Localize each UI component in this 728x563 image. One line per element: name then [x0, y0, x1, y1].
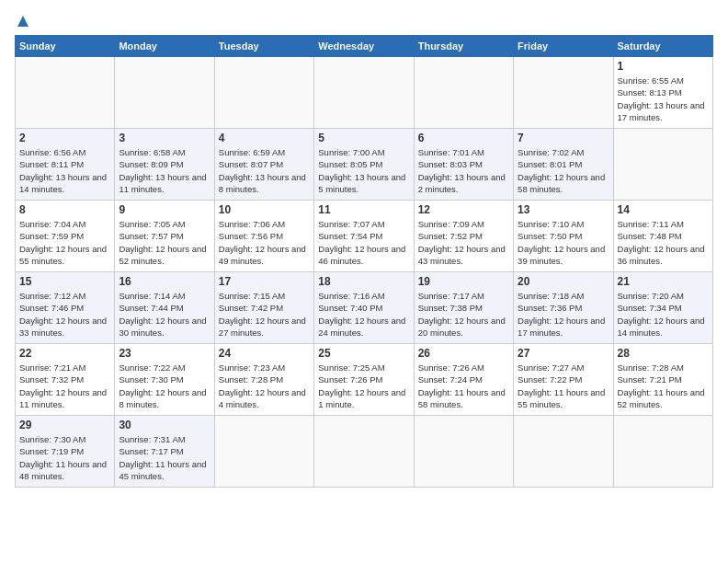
calendar-day-22: 22Sunrise: 7:21 AMSunset: 7:32 PMDayligh…	[16, 344, 115, 416]
calendar-day-24: 24Sunrise: 7:23 AMSunset: 7:28 PMDayligh…	[214, 344, 313, 416]
calendar-day-14: 14Sunrise: 7:11 AMSunset: 7:48 PMDayligh…	[613, 201, 712, 272]
svg-marker-0	[17, 16, 28, 27]
calendar-day-12: 12Sunrise: 7:09 AMSunset: 7:52 PMDayligh…	[414, 201, 513, 272]
weekday-tuesday: Tuesday	[214, 36, 313, 57]
weekday-friday: Friday	[514, 36, 613, 57]
calendar-day-2: 2Sunrise: 6:56 AMSunset: 8:11 PMDaylight…	[16, 129, 115, 201]
calendar-day-29: 29Sunrise: 7:30 AMSunset: 7:19 PMDayligh…	[16, 416, 115, 488]
calendar-week-5: 22Sunrise: 7:21 AMSunset: 7:32 PMDayligh…	[16, 344, 713, 416]
empty-cell	[16, 57, 115, 129]
weekday-thursday: Thursday	[414, 36, 513, 57]
empty-cell	[414, 57, 513, 129]
calendar-day-6: 6Sunrise: 7:01 AMSunset: 8:03 PMDaylight…	[414, 129, 513, 201]
calendar-day-17: 17Sunrise: 7:15 AMSunset: 7:42 PMDayligh…	[214, 272, 313, 344]
calendar-day-13: 13Sunrise: 7:10 AMSunset: 7:50 PMDayligh…	[514, 201, 613, 272]
calendar-day-15: 15Sunrise: 7:12 AMSunset: 7:46 PMDayligh…	[16, 272, 115, 344]
calendar-day-11: 11Sunrise: 7:07 AMSunset: 7:54 PMDayligh…	[314, 201, 414, 272]
empty-cell	[613, 416, 712, 488]
weekday-saturday: Saturday	[613, 36, 712, 57]
calendar-day-23: 23Sunrise: 7:22 AMSunset: 7:30 PMDayligh…	[115, 344, 214, 416]
calendar-day-7: 7Sunrise: 7:02 AMSunset: 8:01 PMDaylight…	[514, 129, 613, 201]
calendar-day-21: 21Sunrise: 7:20 AMSunset: 7:34 PMDayligh…	[613, 272, 712, 344]
empty-cell	[115, 57, 214, 129]
calendar-week-2: 2Sunrise: 6:56 AMSunset: 8:11 PMDaylight…	[16, 129, 713, 201]
calendar-week-3: 8Sunrise: 7:04 AMSunset: 7:59 PMDaylight…	[16, 201, 713, 272]
empty-cell	[314, 416, 414, 488]
calendar-week-4: 15Sunrise: 7:12 AMSunset: 7:46 PMDayligh…	[16, 272, 713, 344]
calendar-day-28: 28Sunrise: 7:28 AMSunset: 7:21 PMDayligh…	[613, 344, 712, 416]
calendar-day-27: 27Sunrise: 7:27 AMSunset: 7:22 PMDayligh…	[514, 344, 613, 416]
empty-cell	[514, 57, 613, 129]
calendar-week-6: 29Sunrise: 7:30 AMSunset: 7:19 PMDayligh…	[16, 416, 713, 488]
logo-icon	[17, 15, 29, 28]
calendar-day-4: 4Sunrise: 6:59 AMSunset: 8:07 PMDaylight…	[214, 129, 313, 201]
calendar-day-3: 3Sunrise: 6:58 AMSunset: 8:09 PMDaylight…	[115, 129, 214, 201]
logo	[15, 15, 29, 28]
empty-cell	[414, 416, 513, 488]
weekday-sunday: Sunday	[16, 36, 115, 57]
empty-cell	[314, 57, 414, 129]
page: SundayMondayTuesdayWednesdayThursdayFrid…	[0, 0, 728, 563]
weekday-wednesday: Wednesday	[314, 36, 414, 57]
calendar-table: SundayMondayTuesdayWednesdayThursdayFrid…	[15, 35, 713, 488]
empty-cell	[514, 416, 613, 488]
calendar-day-9: 9Sunrise: 7:05 AMSunset: 7:57 PMDaylight…	[115, 201, 214, 272]
calendar-day-8: 8Sunrise: 7:04 AMSunset: 7:59 PMDaylight…	[16, 201, 115, 272]
calendar-day-25: 25Sunrise: 7:25 AMSunset: 7:26 PMDayligh…	[314, 344, 414, 416]
calendar-week-1: 1Sunrise: 6:55 AMSunset: 8:13 PMDaylight…	[16, 57, 713, 129]
calendar-day-5: 5Sunrise: 7:00 AMSunset: 8:05 PMDaylight…	[314, 129, 414, 201]
calendar-day-19: 19Sunrise: 7:17 AMSunset: 7:38 PMDayligh…	[414, 272, 513, 344]
calendar-day-18: 18Sunrise: 7:16 AMSunset: 7:40 PMDayligh…	[314, 272, 414, 344]
calendar-day-26: 26Sunrise: 7:26 AMSunset: 7:24 PMDayligh…	[414, 344, 513, 416]
weekday-monday: Monday	[115, 36, 214, 57]
empty-cell	[214, 416, 313, 488]
calendar-day-16: 16Sunrise: 7:14 AMSunset: 7:44 PMDayligh…	[115, 272, 214, 344]
weekday-header-row: SundayMondayTuesdayWednesdayThursdayFrid…	[16, 36, 713, 57]
empty-cell	[613, 129, 712, 201]
calendar-day-10: 10Sunrise: 7:06 AMSunset: 7:56 PMDayligh…	[214, 201, 313, 272]
calendar-day-1: 1Sunrise: 6:55 AMSunset: 8:13 PMDaylight…	[613, 57, 712, 129]
calendar-day-30: 30Sunrise: 7:31 AMSunset: 7:17 PMDayligh…	[115, 416, 214, 488]
calendar-day-20: 20Sunrise: 7:18 AMSunset: 7:36 PMDayligh…	[514, 272, 613, 344]
header	[15, 15, 713, 28]
empty-cell	[214, 57, 313, 129]
